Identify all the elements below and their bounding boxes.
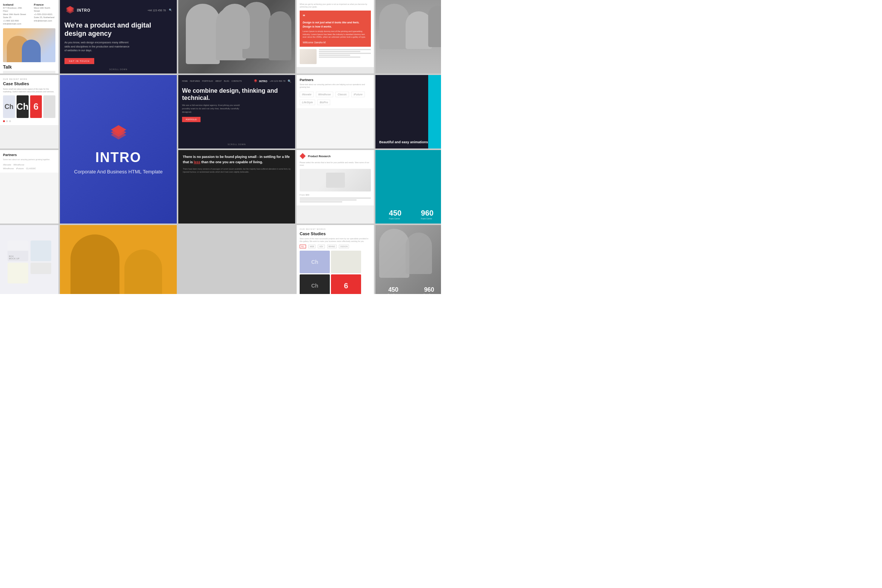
nav-portfolio[interactable]: PORTFOLIO: [202, 80, 213, 82]
team2-person2: [406, 233, 432, 274]
partners-desc: Some text about our amazing partners who…: [300, 83, 371, 89]
intro-tagline: Corporate And Business HTML Template: [74, 168, 163, 175]
location-iceland-phone: +1 666 323 890: [3, 19, 26, 22]
passion-headline: There is no passion to be found playing …: [183, 155, 291, 165]
filter-web[interactable]: WEB: [308, 245, 315, 248]
partner-logo-2: Windhose: [316, 92, 333, 97]
nav-features[interactable]: FEATURES: [190, 80, 200, 82]
person-3: [242, 2, 271, 58]
scroll-down-label: SCROLL DOWN: [109, 68, 127, 70]
yellow-person-cell: [60, 225, 177, 294]
filter-row: ALL WEB ADV BRAND DESIGN: [300, 245, 371, 248]
text-content: [319, 49, 371, 64]
nav-blog[interactable]: BLOG: [224, 80, 229, 82]
logo-windhose: Windhose: [14, 164, 24, 166]
filter-advertising[interactable]: ADV: [318, 245, 325, 248]
box-mockup-2: [31, 240, 51, 261]
partner-logos2: iNovate Windhose Windhose iFuture CLASSI…: [3, 164, 55, 170]
mockup-row-1: BOXMOCK UP: [8, 240, 51, 261]
logo-area: INTRO: [64, 5, 90, 16]
location-france-name: France: [34, 3, 55, 6]
passion-desc: There have been many versions of passage…: [183, 168, 291, 173]
search-icon2[interactable]: 🔍: [288, 80, 291, 83]
meeting-photo: [375, 0, 441, 74]
our-works-label: OUR RECENT WORKS: [300, 228, 371, 230]
logo-stack-icon: [64, 5, 76, 16]
search-icon[interactable]: 🔍: [169, 9, 172, 12]
partner-logo-1: iNovate: [300, 92, 314, 97]
person-4: [269, 11, 291, 60]
hero2-headline: We combine design, thinking and technica…: [182, 87, 291, 101]
team-photo-cell: [178, 0, 295, 74]
get-in-touch-button[interactable]: GET IN TOUCH: [64, 58, 94, 64]
stat-960-teal: 960 Frank Centre: [421, 209, 433, 220]
dot-2[interactable]: [6, 120, 8, 122]
people-photo: [3, 28, 55, 62]
contact-locations-cell: Iceland 677 Brockout, 24th FloorWest 19t…: [0, 0, 58, 74]
filter-all[interactable]: ALL: [300, 245, 306, 248]
nav-right2: INTRO +44 123 456 78 🔍: [253, 79, 291, 83]
svg-marker-7: [254, 81, 257, 83]
intro-logo-text: INTRO: [95, 150, 141, 165]
hero2-desc: We are a full-service digital agency. Ev…: [182, 104, 242, 114]
partners-logos-list: iNovate Windhose Classic iFuture LifeSty…: [300, 92, 371, 105]
dot-3[interactable]: [9, 120, 11, 122]
team-photo: [178, 0, 295, 74]
passion-text-cell: There is no passion to be found playing …: [178, 150, 295, 224]
stat-overlay-1: 450 Frank Centre: [388, 286, 399, 294]
team2-cell: 450 Frank Centre 960 Frank Centre: [375, 225, 441, 294]
product-title: Product Research: [308, 155, 331, 158]
full-name-input[interactable]: [3, 71, 55, 74]
nav-bar: INTRO +44 123 456 78 🔍: [64, 5, 172, 16]
logo-ifuture: iFuture: [16, 167, 24, 170]
case2-item-3: Ch: [300, 274, 330, 294]
logo-classic: CLASSIC: [26, 167, 36, 170]
case2-item-4: 6: [331, 274, 361, 294]
hero-desc: As you know, web design encompasses many…: [64, 41, 132, 53]
box-mockup-3: [8, 263, 28, 283]
work-item-3: 6: [30, 95, 42, 118]
logo-row-1: iNovate Windhose: [3, 164, 55, 166]
product-price: From $99: [300, 194, 371, 196]
nav-logo-icon2: [253, 79, 258, 83]
nav-contacts[interactable]: CONTACTS: [231, 80, 242, 82]
case-studies-pre-label: OUR RECENT WORK: [3, 78, 55, 80]
svg-marker-8: [300, 153, 306, 159]
nav-phone: +44 123 456 78 🔍: [147, 9, 172, 12]
filter-design[interactable]: DESIGN: [339, 245, 349, 248]
product-desc: Please select the service that is best f…: [300, 161, 371, 167]
filter-branding[interactable]: BRAND: [327, 245, 337, 248]
diamond-icon: [300, 153, 306, 159]
nav-phone2: +44 123 456 78: [270, 80, 285, 82]
logo-inovate: iNovate: [3, 164, 11, 166]
dot-1[interactable]: [3, 120, 5, 122]
partner-logo-4: iFuture: [351, 92, 365, 97]
person-meeting-3: [428, 6, 441, 47]
product-image: [300, 169, 371, 191]
dark-hero-cell: INTRO +44 123 456 78 🔍 We're a product a…: [60, 0, 177, 74]
quote-text: Design is not just what it looks like an…: [303, 21, 368, 29]
numbers-cell: 450 Frank Centre 960 Frank Centre: [375, 150, 441, 224]
partners-cell: Partners Some text about our amazing par…: [297, 75, 374, 149]
product-cell: Product Research Please select the servi…: [297, 150, 374, 224]
partners2-cell: Partners Some text about our amazing par…: [0, 150, 58, 224]
product-text-lines: [300, 198, 371, 202]
animations-cell: Beautiful and easy animations and: [375, 75, 441, 149]
box-shape: [326, 173, 345, 188]
partners-title: Partners: [300, 78, 371, 82]
partners2-desc: Some text about our amazing partners gro…: [3, 158, 55, 161]
nav-about[interactable]: ABOUT: [215, 80, 222, 82]
passion-highlight: less: [194, 160, 201, 164]
portfolio-button[interactable]: PORTFOLIO: [182, 117, 201, 122]
nav-home[interactable]: HOME: [182, 80, 188, 82]
intro-logo-icon: [108, 123, 129, 145]
talk-title: Talk: [3, 64, 55, 70]
goal-text: What you get by achieving your goals is …: [300, 3, 371, 8]
case2-item-1: Ch: [300, 251, 330, 273]
intro-stack-icon-large: [108, 123, 129, 144]
meeting-photo-cell: [375, 0, 441, 74]
box-mockup-1: BOXMOCK UP: [8, 240, 28, 261]
person-silhouette: [70, 234, 119, 294]
hero-headline: We're a product and digital design agenc…: [64, 21, 172, 38]
case-studies-desc: Some small text about some aspect of thi…: [3, 88, 55, 93]
